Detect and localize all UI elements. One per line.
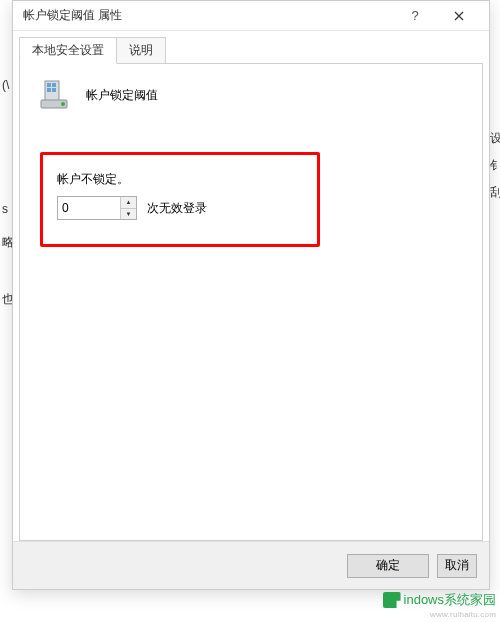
threshold-spinner[interactable]: ▲ ▼ <box>57 196 137 220</box>
chevron-down-icon: ▼ <box>126 211 132 217</box>
button-label: 取消 <box>445 557 469 574</box>
left-cut-text: (\ s 略 也 <box>0 60 12 460</box>
tab-panel: 帐户锁定阈值 帐户不锁定。 ▲ ▼ <box>19 63 483 541</box>
help-icon: ? <box>411 8 418 23</box>
close-button[interactable] <box>437 2 481 30</box>
svg-rect-2 <box>52 83 56 87</box>
svg-rect-1 <box>47 83 51 87</box>
tab-label: 本地安全设置 <box>32 43 104 57</box>
dialog-buttons: 确定 取消 <box>13 541 489 589</box>
tab-label: 说明 <box>129 43 153 57</box>
help-button[interactable]: ? <box>393 2 437 30</box>
watermark: indows系统家园 www.ruihaitu.com <box>383 591 496 619</box>
dialog-title: 帐户锁定阈值 属性 <box>23 7 393 24</box>
spinner-buttons: ▲ ▼ <box>120 197 136 219</box>
watermark-text: indows系统家园 <box>404 591 496 609</box>
cancel-button[interactable]: 取消 <box>437 554 477 578</box>
lockout-status-text: 帐户不锁定。 <box>57 171 303 188</box>
tabstrip: 本地安全设置 说明 <box>19 37 483 63</box>
windows-flag-icon <box>383 592 401 608</box>
properties-dialog: 帐户锁定阈值 属性 ? 本地安全设置 说明 <box>12 0 490 590</box>
threshold-suffix: 次无效登录 <box>147 200 207 217</box>
tab-explanation[interactable]: 说明 <box>116 37 166 63</box>
spinner-up[interactable]: ▲ <box>121 197 136 208</box>
watermark-url: www.ruihaitu.com <box>383 610 496 619</box>
ok-button[interactable]: 确定 <box>347 554 429 578</box>
close-icon <box>454 11 464 21</box>
policy-title: 帐户锁定阈值 <box>86 87 158 104</box>
dialog-client: 本地安全设置 说明 帐户锁定阈值 帐户不锁定。 <box>13 31 489 541</box>
threshold-row: ▲ ▼ 次无效登录 <box>57 196 303 220</box>
threshold-input[interactable] <box>58 197 120 219</box>
titlebar: 帐户锁定阈值 属性 ? <box>13 1 489 31</box>
policy-icon <box>38 78 72 112</box>
policy-header: 帐户锁定阈值 <box>38 78 464 112</box>
svg-point-6 <box>61 102 65 106</box>
button-label: 确定 <box>376 557 400 574</box>
right-cut-text: 设 钅 刮 <box>490 120 500 211</box>
tab-local-security[interactable]: 本地安全设置 <box>19 37 117 64</box>
svg-rect-4 <box>52 88 56 92</box>
highlight-box: 帐户不锁定。 ▲ ▼ 次无效登录 <box>40 152 320 247</box>
chevron-up-icon: ▲ <box>126 199 132 205</box>
spinner-down[interactable]: ▼ <box>121 208 136 220</box>
svg-rect-3 <box>47 88 51 92</box>
